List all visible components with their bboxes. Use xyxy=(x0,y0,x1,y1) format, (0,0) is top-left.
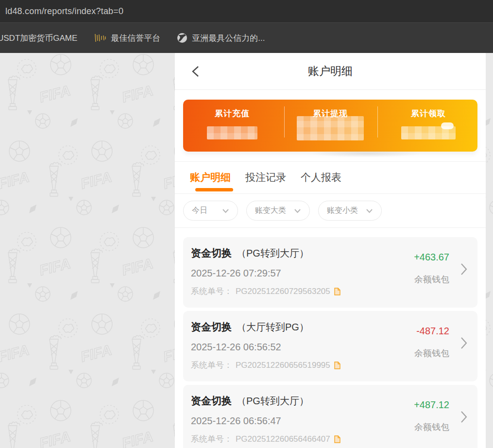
order-number: PG202512260729563205 xyxy=(236,287,330,296)
browser-url-bar[interactable]: ld48.com/reports/index?tab=0 xyxy=(0,0,493,22)
transaction-type: 资金切换 xyxy=(191,246,232,260)
order-number-label: 系统单号： xyxy=(191,360,232,371)
transaction-row[interactable]: 资金切换 （PG转到大厅） 2025-12-26 06:56:47 系统单号： … xyxy=(183,385,477,448)
url-text[interactable]: ld48.com/reports/index?tab=0 xyxy=(5,6,123,17)
copy-icon[interactable] xyxy=(334,362,340,369)
stat-total-deposit: 累计充值 xyxy=(183,108,281,152)
transaction-type: 资金切换 xyxy=(191,320,232,334)
wallet-label: 余额钱包 xyxy=(386,347,449,359)
chevron-right-icon[interactable] xyxy=(460,336,468,352)
transaction-list: 资金切换 （PG转到大厅） 2025-12-26 07:29:57 系统单号： … xyxy=(175,228,486,448)
globe-icon xyxy=(177,33,187,43)
bookmark-label: 最佳信誉平台 xyxy=(111,33,160,44)
bookmarks-bar: USDT加密货币GAME 最佳信誉平台 亚洲最具公信力的... xyxy=(0,22,493,53)
active-tab-underline xyxy=(195,188,233,191)
transaction-detail: （PG转到大厅） xyxy=(237,247,309,260)
bookmark-usdt-game[interactable]: USDT加密货币GAME xyxy=(0,33,77,44)
wallet-label: 余额钱包 xyxy=(386,274,449,285)
filter-label: 账变大类 xyxy=(255,206,286,216)
wallet-label: 余额钱包 xyxy=(386,421,449,433)
transaction-row[interactable]: 资金切换 （PG转到大厅） 2025-12-26 07:29:57 系统单号： … xyxy=(183,237,477,308)
copy-icon[interactable] xyxy=(334,288,340,295)
copy-icon[interactable] xyxy=(334,435,340,443)
filter-label: 账变小类 xyxy=(327,206,358,216)
stat-total-claimed: 累计领取 xyxy=(379,108,477,152)
page-stage: FIFA xyxy=(0,53,493,448)
stat-label: 累计领取 xyxy=(379,108,477,119)
filter-minor-category-dropdown[interactable]: 账变小类 xyxy=(318,201,382,221)
order-number: PG202512260656519995 xyxy=(236,361,330,370)
bookmark-label: 亚洲最具公信力的... xyxy=(192,33,265,44)
transaction-detail: （大厅转到PG） xyxy=(237,321,309,334)
redacted-value xyxy=(207,126,257,139)
transaction-type: 资金切换 xyxy=(191,394,232,408)
order-number-label: 系统单号： xyxy=(191,433,232,445)
bookmark-label: USDT加密货币GAME xyxy=(0,33,77,44)
gold-logo-icon xyxy=(94,33,106,43)
summary-card: 累计充值 累计提现 累计领取 xyxy=(183,100,477,152)
transaction-amount: -487.12 xyxy=(386,326,449,337)
tab-personal-report[interactable]: 个人报表 xyxy=(301,171,341,193)
chevron-right-icon[interactable] xyxy=(460,262,468,278)
chevron-down-icon xyxy=(222,208,229,213)
transaction-detail: （PG转到大厅） xyxy=(237,395,309,408)
chevron-left-icon xyxy=(190,65,201,78)
transaction-amount: +487.12 xyxy=(386,399,449,411)
bookmark-asia-credibility[interactable]: 亚洲最具公信力的... xyxy=(177,33,265,44)
chevron-down-icon xyxy=(294,208,301,213)
filter-major-category-dropdown[interactable]: 账变大类 xyxy=(246,201,310,221)
stat-label: 累计提现 xyxy=(281,108,379,119)
redacted-value xyxy=(401,126,456,139)
stat-label: 累计充值 xyxy=(183,108,281,119)
blur-smudge xyxy=(310,150,422,157)
divider xyxy=(284,106,285,138)
filter-date-dropdown[interactable]: 今日 xyxy=(183,201,238,221)
redacted-value xyxy=(297,116,364,140)
filter-bar: 今日 账变大类 账变小类 xyxy=(175,194,486,228)
transaction-row[interactable]: 资金切换 （大厅转到PG） 2025-12-26 06:56:52 系统单号： … xyxy=(183,311,477,381)
chevron-down-icon xyxy=(366,208,373,213)
summary-section: 累计充值 累计提现 累计领取 xyxy=(175,90,486,162)
chevron-right-icon[interactable] xyxy=(460,410,468,426)
order-number: PG202512260656466407 xyxy=(236,434,330,444)
tab-bar: 账户明细 投注记录 个人报表 xyxy=(175,162,486,194)
app-header: 账户明细 xyxy=(175,53,486,90)
back-button[interactable] xyxy=(190,65,204,78)
transaction-amount: +463.67 xyxy=(386,252,449,263)
bookmark-best-reputation[interactable]: 最佳信誉平台 xyxy=(94,33,160,44)
tab-betting-records[interactable]: 投注记录 xyxy=(245,171,286,193)
divider xyxy=(377,106,378,138)
filter-label: 今日 xyxy=(192,206,207,216)
stat-total-withdrawal: 累计提现 xyxy=(281,108,379,152)
account-details-panel: 账户明细 累计充值 累计提现 累计领取 xyxy=(175,53,486,448)
page-title: 账户明细 xyxy=(308,64,353,79)
order-number-label: 系统单号： xyxy=(191,286,232,297)
